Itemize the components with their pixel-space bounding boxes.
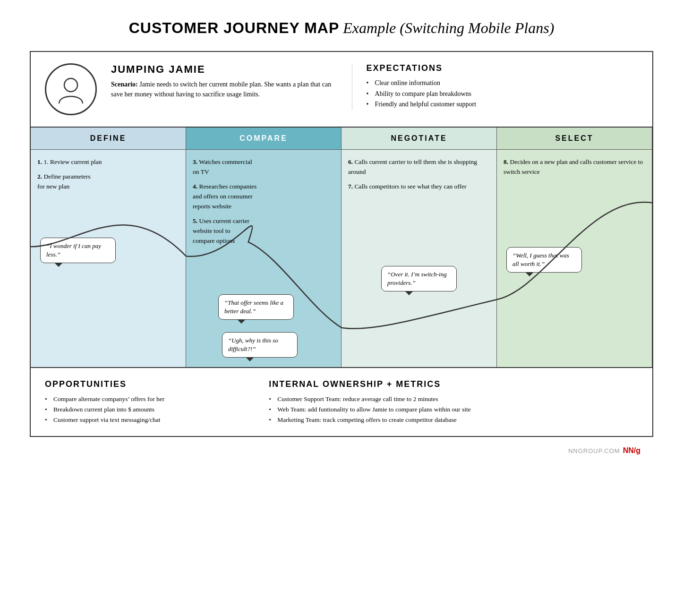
bubble-select: “Well, I guess that was all worth it.” [506,247,582,273]
col-define: DEFINE 1. 1. Review current plan 2. Defi… [31,128,186,367]
list-item: Ability to compare plan breakdowns [367,89,638,99]
step-7: 7. Calls competitors to see what they ca… [348,182,490,192]
bubble-negotiate: “Over it. I’m switch-ing providers.” [381,266,457,291]
internal-section: INTERNAL OWNERSHIP + METRICS Customer Su… [269,379,638,425]
step-2: 2. Define parametersfor new plan [37,172,179,192]
footer-text: NNGROUP.COM [568,447,620,454]
persona-scenario: Scenario: Jamie needs to switch her curr… [111,79,338,99]
internal-list: Customer Support Team: reduce average ca… [269,394,638,425]
col-negotiate-header: NEGOTIATE [342,128,496,150]
footer-brand: NN/g [623,446,640,455]
list-item: Friendly and helpful customer support [367,99,638,110]
list-item: Marketing Team: track competing offers t… [269,415,638,425]
step-1: 1. 1. Review current plan [37,157,179,167]
step-8: 8. Decides on a new plan and calls custo… [504,157,645,177]
bottom-row: OPPORTUNITIES Compare alternate companys… [31,368,652,436]
step-4: 4. Researches companiesand offers on con… [193,182,334,212]
internal-title: INTERNAL OWNERSHIP + METRICS [269,379,638,389]
col-select-content: 8. Decides on a new plan and calls custo… [497,150,652,367]
svg-point-0 [64,78,77,92]
persona-name: JUMPING JAMIE [111,63,338,76]
bubble-compare-mid: “That offer seems like a better deal.” [218,294,294,320]
col-select: SELECT 8. Decides on a new plan and call… [497,128,652,367]
expectations-title: EXPECTATIONS [367,63,638,73]
footer: NNGROUP.COM NN/g [568,446,655,455]
main-container: JUMPING JAMIE Scenario: Jamie needs to s… [30,51,653,437]
step-5: 5. Uses current carrierwebsite tool toco… [193,216,334,246]
col-negotiate-content: 6. Calls current carrier to tell them sh… [342,150,496,367]
opportunities-section: OPPORTUNITIES Compare alternate companys… [45,379,250,425]
list-item: Breakdown current plan into $ amounts [45,404,250,415]
persona-info: JUMPING JAMIE Scenario: Jamie needs to s… [111,63,338,99]
journey-row: DEFINE 1. 1. Review current plan 2. Defi… [31,128,652,368]
bubble-define: “I wonder if I can pay less.” [40,238,116,263]
expectations-col: EXPECTATIONS Clear online information Ab… [352,63,638,110]
col-compare-header: COMPARE [186,128,341,150]
step-3: 3. Watches commercialon TV [193,157,334,177]
col-select-header: SELECT [497,128,652,150]
list-item: Customer Support Team: reduce average ca… [269,394,638,404]
col-compare-content: 3. Watches commercialon TV 4. Researches… [186,150,341,367]
expectations-list: Clear online information Ability to comp… [367,78,638,110]
col-negotiate: NEGOTIATE 6. Calls current carrier to te… [342,128,497,367]
bubble-compare-low: “Ugh, why is this so difficult?!” [222,332,298,358]
step-6: 6. Calls current carrier to tell them sh… [348,157,490,177]
persona-row: JUMPING JAMIE Scenario: Jamie needs to s… [31,52,652,128]
list-item: Clear online information [367,78,638,88]
opportunities-list: Compare alternate companys’ offers for h… [45,394,250,425]
opportunities-title: OPPORTUNITIES [45,379,250,389]
col-define-header: DEFINE [31,128,186,150]
page-title: CUSTOMER JOURNEY MAP Example (Switching … [129,19,555,37]
avatar [45,63,97,115]
col-define-content: 1. 1. Review current plan 2. Define para… [31,150,186,367]
list-item: Compare alternate companys’ offers for h… [45,394,250,404]
list-item: Customer support via text messaging/chat [45,415,250,425]
list-item: Web Team: add funtionality to allow Jami… [269,404,638,415]
col-compare: COMPARE 3. Watches commercialon TV 4. Re… [186,128,342,367]
